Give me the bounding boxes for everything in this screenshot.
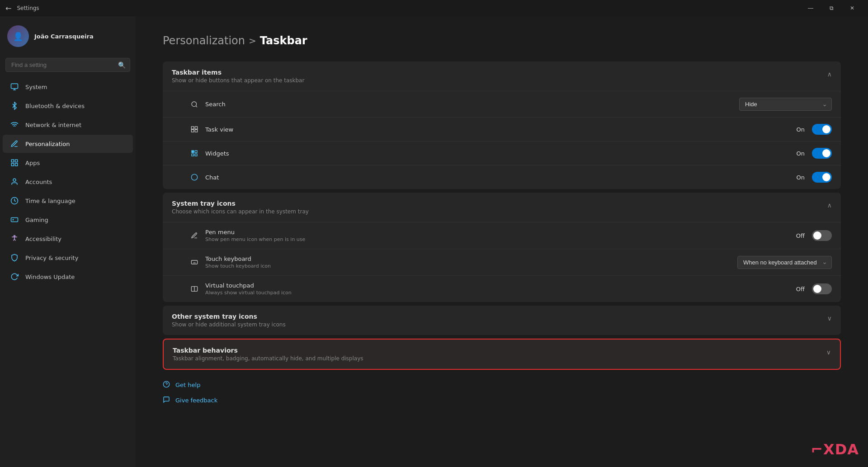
chat-toggle-wrapper: On	[797, 172, 832, 183]
sidebar-item-update[interactable]: Windows Update	[3, 268, 133, 286]
close-button[interactable]: ✕	[842, 0, 863, 16]
system-icon	[10, 82, 19, 91]
touch-keyboard-setting-row: Touch keyboard Show touch keyboard icon …	[163, 249, 841, 275]
search-dropdown-wrapper: Hide Show search icon only Show search i…	[739, 98, 832, 111]
sidebar-item-label-apps: Apps	[25, 160, 40, 166]
svg-rect-17	[195, 154, 197, 156]
accounts-icon	[10, 177, 19, 186]
chat-row-info: Chat	[205, 174, 790, 181]
breadcrumb-parent[interactable]: Personalization	[163, 34, 245, 47]
system-tray-title: System tray icons	[172, 200, 309, 207]
sidebar-item-label-time: Time & language	[25, 198, 75, 204]
footer-links: Get help Give feedback	[163, 379, 841, 406]
virtual-touchpad-row-sublabel: Always show virtual touchpad icon	[205, 290, 790, 296]
sidebar-item-apps[interactable]: Apps	[3, 154, 133, 172]
pen-menu-setting-row: Pen menu Show pen menu icon when pen is …	[163, 222, 841, 249]
svg-rect-4	[15, 164, 18, 166]
taskbar-behaviors-title: Taskbar behaviors	[173, 347, 363, 354]
widgets-toggle-label: On	[797, 150, 805, 157]
pen-menu-toggle[interactable]	[812, 230, 832, 241]
give-feedback-link[interactable]: Give feedback	[163, 394, 841, 406]
sidebar-item-label-personalization: Personalization	[25, 141, 70, 147]
sidebar-item-accessibility[interactable]: Accessibility	[3, 230, 133, 248]
sidebar-item-personalization[interactable]: Personalization	[3, 135, 133, 153]
sidebar-item-label-accessibility: Accessibility	[25, 236, 61, 242]
give-feedback-icon	[163, 396, 171, 404]
profile-name: João Carrasqueira	[34, 33, 94, 40]
taskview-toggle-wrapper: On	[797, 124, 832, 135]
svg-rect-1	[11, 160, 14, 162]
content-area: Personalization > Taskbar Taskbar items …	[136, 16, 868, 467]
restore-button[interactable]: ⧉	[821, 0, 842, 16]
system-tray-header[interactable]: System tray icons Choose which icons can…	[163, 193, 841, 222]
taskbar-behaviors-chevron: ∨	[826, 349, 831, 356]
svg-rect-16	[192, 154, 194, 156]
taskbar-items-header-text: Taskbar items Show or hide buttons that …	[172, 69, 304, 84]
get-help-link[interactable]: Get help	[163, 379, 841, 391]
sidebar-item-time[interactable]: Time & language	[3, 192, 133, 210]
search-input[interactable]	[5, 58, 130, 72]
search-icon: 🔍	[118, 61, 126, 69]
chat-toggle-label: On	[797, 174, 805, 181]
svg-point-8	[14, 236, 15, 237]
taskbar-behaviors-header[interactable]: Taskbar behaviors Taskbar alignment, bad…	[164, 340, 840, 369]
search-row-label: Search	[205, 101, 733, 108]
widgets-toggle-wrapper: On	[797, 148, 832, 159]
time-icon	[10, 196, 19, 205]
other-tray-title: Other system tray icons	[172, 313, 286, 320]
sidebar-item-system[interactable]: System	[3, 78, 133, 96]
virtual-touchpad-toggle[interactable]	[812, 283, 832, 294]
apps-icon	[10, 158, 19, 167]
give-feedback-label: Give feedback	[175, 397, 217, 404]
profile-section[interactable]: 👤 João Carrasqueira	[0, 16, 136, 56]
widgets-toggle[interactable]	[812, 148, 832, 159]
svg-rect-19	[191, 260, 197, 264]
svg-rect-7	[11, 218, 18, 222]
titlebar: ← Settings — ⧉ ✕	[0, 0, 868, 16]
svg-rect-15	[195, 151, 197, 153]
taskbar-items-header[interactable]: Taskbar items Show or hide buttons that …	[163, 61, 841, 91]
search-container: 🔍	[5, 58, 130, 72]
search-dropdown[interactable]: Hide Show search icon only Show search i…	[739, 98, 832, 111]
taskbar-behaviors-desc: Taskbar alignment, badging, automaticall…	[173, 355, 363, 362]
sidebar: 👤 João Carrasqueira 🔍 System Bluetooth &…	[0, 16, 136, 467]
sidebar-item-bluetooth[interactable]: Bluetooth & devices	[3, 97, 133, 115]
taskbar-items-chevron: ∧	[827, 71, 832, 78]
titlebar-left: ← Settings	[5, 4, 39, 13]
pen-menu-toggle-label: Off	[796, 232, 805, 239]
touch-keyboard-row-sublabel: Show touch keyboard icon	[205, 263, 731, 269]
svg-rect-14	[192, 151, 194, 153]
back-button[interactable]: ←	[5, 4, 11, 13]
touch-keyboard-dropdown[interactable]: When no keyboard attached Always Never	[737, 256, 832, 269]
widgets-row-info: Widgets	[205, 150, 790, 157]
svg-point-9	[192, 102, 197, 107]
chat-toggle[interactable]	[812, 172, 832, 183]
taskview-row-info: Task view	[205, 126, 790, 133]
system-tray-desc: Choose which icons can appear in the sys…	[172, 208, 309, 215]
virtual-touchpad-toggle-wrapper: Off	[796, 283, 832, 294]
pen-menu-row-icon	[190, 231, 199, 240]
sidebar-item-privacy[interactable]: Privacy & security	[3, 249, 133, 267]
sidebar-item-accounts[interactable]: Accounts	[3, 173, 133, 191]
touch-keyboard-row-icon	[190, 258, 199, 267]
minimize-button[interactable]: —	[800, 0, 821, 16]
touch-keyboard-row-info: Touch keyboard Show touch keyboard icon	[205, 255, 731, 269]
pen-menu-row-label: Pen menu	[205, 229, 790, 236]
sidebar-item-network[interactable]: Network & internet	[3, 116, 133, 134]
get-help-icon	[163, 381, 171, 389]
breadcrumb-current: Taskbar	[260, 34, 307, 47]
xda-watermark: ⌐XDA	[811, 441, 859, 458]
pen-menu-row-info: Pen menu Show pen menu icon when pen is …	[205, 229, 790, 242]
sidebar-item-gaming[interactable]: Gaming	[3, 211, 133, 229]
taskview-toggle[interactable]	[812, 124, 832, 135]
chat-row-label: Chat	[205, 174, 790, 181]
other-tray-header[interactable]: Other system tray icons Show or hide add…	[163, 306, 841, 335]
svg-rect-11	[195, 127, 197, 129]
sidebar-item-label-gaming: Gaming	[25, 217, 48, 223]
breadcrumb-separator: >	[249, 35, 256, 46]
widgets-row-label: Widgets	[205, 150, 790, 157]
pen-menu-toggle-wrapper: Off	[796, 230, 832, 241]
taskbar-items-title: Taskbar items	[172, 69, 304, 76]
svg-rect-3	[11, 164, 14, 166]
svg-rect-13	[195, 130, 197, 132]
